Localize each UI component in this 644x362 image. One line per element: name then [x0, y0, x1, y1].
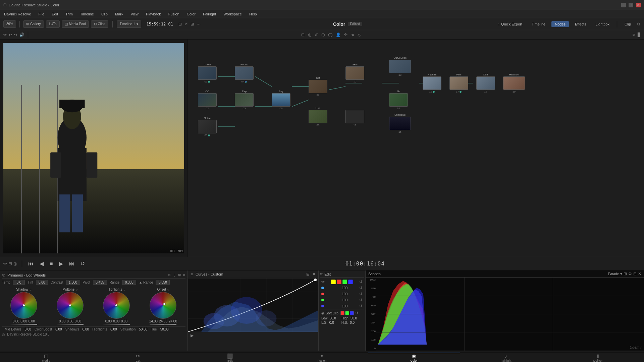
color-tool-1[interactable]: ⊡: [301, 33, 305, 37]
node-11[interactable]: 11: [345, 110, 364, 127]
quick-export-button[interactable]: ↑ Quick Export: [495, 21, 526, 27]
range-input-2[interactable]: [156, 280, 170, 285]
offset-reset-icon[interactable]: ○: [167, 288, 169, 291]
tab-fairlight[interactable]: ♪ Fairlight: [460, 353, 552, 362]
shadow-slider[interactable]: [10, 324, 37, 325]
menu-mark[interactable]: Mark: [114, 11, 124, 17]
node-cc[interactable]: CC 02: [198, 90, 217, 110]
menu-fusion[interactable]: Fusion: [167, 11, 181, 17]
color-tool-5[interactable]: ◯: [328, 33, 332, 37]
midtone-reset-icon[interactable]: ○: [76, 288, 77, 291]
color-tool-9[interactable]: ◇: [358, 33, 361, 37]
clip-nav-button[interactable]: Clip: [621, 21, 634, 27]
r-channel-btn[interactable]: [337, 280, 341, 284]
waveform-icon[interactable]: ≋: [632, 33, 636, 37]
curves-close-icon[interactable]: ✕: [312, 272, 316, 277]
softclip-g-btn[interactable]: [345, 311, 349, 315]
wand-tool-icon[interactable]: ⊞: [8, 261, 12, 266]
go-to-start-button[interactable]: ⏮: [27, 260, 35, 267]
curves-play-icon[interactable]: ▶: [191, 333, 194, 338]
curves-canvas[interactable]: [188, 278, 318, 332]
reset-icon[interactable]: ↺: [168, 273, 171, 277]
scopes-close-icon[interactable]: ✕: [638, 272, 641, 276]
softclip-reset-icon[interactable]: ↺: [355, 311, 359, 315]
stop-button[interactable]: ■: [48, 260, 54, 267]
prev-frame-button[interactable]: ◀: [38, 260, 45, 267]
highlights-reset-icon[interactable]: ○: [123, 288, 125, 291]
softclip-r-btn[interactable]: [340, 311, 344, 315]
close-button[interactable]: ✕: [636, 3, 641, 7]
effects-nav-button[interactable]: Effects: [572, 21, 589, 27]
tab-edit[interactable]: ⬛ Edit: [184, 353, 276, 362]
audio-icon[interactable]: 🔊: [19, 33, 24, 37]
node-skin[interactable]: Skin 10: [345, 63, 364, 83]
preview-video[interactable]: REC 709: [3, 43, 184, 253]
menu-timeline[interactable]: Timeline: [79, 11, 95, 17]
color-tool-6[interactable]: 👤: [336, 33, 341, 37]
tab-fusion[interactable]: ✦ Fusion: [276, 353, 368, 362]
pivot-input[interactable]: [93, 280, 107, 285]
menu-edit[interactable]: Edit: [50, 11, 59, 17]
node-noise[interactable]: Noise 01: [198, 117, 217, 137]
node-cst[interactable]: CST 18: [476, 73, 495, 93]
viewer-icon[interactable]: ⊡: [178, 22, 182, 26]
node-sky[interactable]: Sky 06: [272, 90, 290, 110]
pencil-tool-icon[interactable]: ✏: [3, 261, 7, 266]
shadow-reset-icon[interactable]: ○: [30, 288, 31, 291]
menu-help[interactable]: Help: [248, 11, 258, 17]
clip-settings-icon[interactable]: ⚙: [637, 22, 641, 26]
settings-icon[interactable]: ⋯: [197, 22, 201, 26]
node-halation[interactable]: Halation 19: [503, 73, 525, 93]
offset-slider[interactable]: [150, 324, 176, 325]
minimize-button[interactable]: ─: [621, 3, 626, 7]
menu-clip[interactable]: Clip: [100, 11, 109, 17]
scopes-expand-icon[interactable]: ⊞: [633, 272, 637, 276]
histogram-icon[interactable]: ▊: [638, 33, 641, 37]
menu-trim[interactable]: Trim: [64, 11, 74, 17]
close-panel-icon[interactable]: ✕: [183, 273, 185, 277]
temp-input[interactable]: [13, 280, 25, 285]
curves-menu-icon[interactable]: ≡: [191, 272, 193, 277]
softclip-icon[interactable]: ◈: [321, 311, 324, 315]
node-const[interactable]: Const 03: [198, 63, 217, 83]
gallery-button[interactable]: ⊞ Gallery: [23, 20, 44, 28]
pointer-tool-icon[interactable]: ◎: [13, 261, 17, 266]
timeline-nav-button[interactable]: Timeline: [528, 21, 549, 27]
node-film[interactable]: Film 17: [449, 73, 468, 93]
reset-val-4-icon[interactable]: ↺: [359, 304, 363, 308]
reset-channel-icon[interactable]: ↺: [359, 280, 363, 284]
tab-deliver[interactable]: ⬆ Deliver: [552, 353, 644, 362]
menu-workspace[interactable]: Workspace: [222, 11, 243, 17]
contrast-input[interactable]: [66, 280, 80, 285]
menu-fairlight[interactable]: Fairlight: [202, 11, 217, 17]
edit-pencil-icon[interactable]: ✏: [320, 272, 323, 276]
menu-view[interactable]: View: [129, 11, 140, 17]
clips-button[interactable]: ⊟ Clips: [91, 20, 108, 28]
pencil-tool[interactable]: ✏: [3, 33, 7, 37]
media-pool-button[interactable]: ◫ Media Pool: [62, 20, 89, 28]
scopes-settings-icon[interactable]: ⚙: [628, 272, 632, 276]
menu-file[interactable]: File: [37, 11, 46, 17]
undo-icon[interactable]: ↩: [9, 33, 12, 37]
node-curvelook[interactable]: CurveLook 13: [389, 56, 411, 76]
maximize-button[interactable]: □: [629, 3, 633, 7]
more-icon[interactable]: ⋮: [173, 273, 176, 277]
primaries-tool-icon[interactable]: ◎: [2, 273, 5, 277]
scopes-chevron-icon[interactable]: ▾: [620, 272, 622, 276]
grid-icon[interactable]: ⊞: [191, 22, 194, 26]
node-focus[interactable]: Focus 04: [235, 63, 254, 83]
timeline-selector[interactable]: Timeline 1 ▾: [117, 20, 141, 28]
y-channel-btn[interactable]: [331, 280, 336, 284]
color-tool-2[interactable]: ◎: [308, 33, 311, 37]
midtone-slider[interactable]: [57, 324, 84, 325]
color-tool-8[interactable]: ⊲: [351, 33, 354, 37]
node-highlight[interactable]: Higlight 16: [423, 73, 441, 93]
range-input-1[interactable]: [122, 280, 136, 285]
curves-expand-icon[interactable]: ⊞: [306, 272, 310, 277]
color-tool-3[interactable]: ✐: [315, 33, 318, 37]
zoom-level[interactable]: 39%: [3, 20, 16, 28]
menu-color[interactable]: Color: [185, 11, 197, 17]
highlights-wheel-control[interactable]: [103, 292, 130, 319]
g-channel-btn[interactable]: [342, 280, 347, 284]
node-exp[interactable]: Exp 05: [235, 90, 254, 110]
